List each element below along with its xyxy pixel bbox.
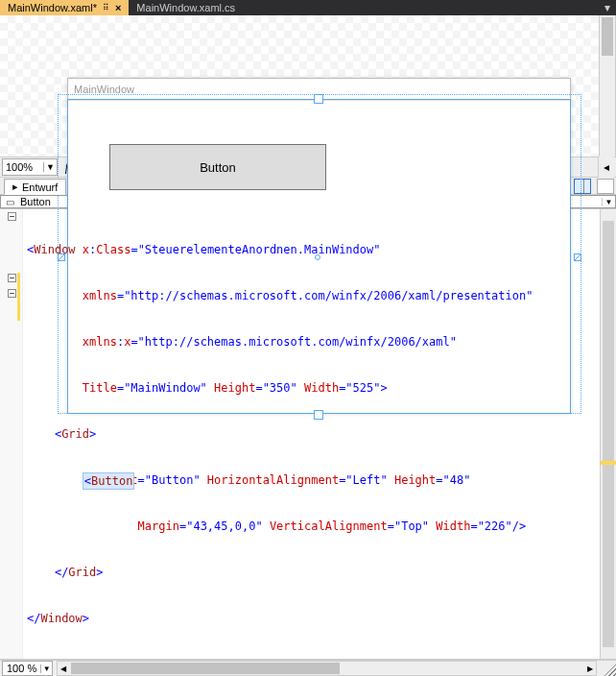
resize-handle-n[interactable] bbox=[314, 94, 323, 104]
scroll-right-icon[interactable]: ▶ bbox=[584, 662, 596, 675]
fold-toggle[interactable]: − bbox=[8, 212, 16, 221]
arrow-icon: ▸ bbox=[12, 181, 18, 193]
preview-button-label: Button bbox=[200, 160, 236, 175]
document-tab-bar: MainWindow.xaml* ⠿ × MainWindow.xaml.cs … bbox=[0, 0, 616, 15]
chevron-down-icon[interactable]: ▼ bbox=[40, 664, 52, 673]
code-content[interactable]: <Window x:Class="SteuerelementeAnordnen.… bbox=[23, 209, 600, 659]
scroll-thumb[interactable] bbox=[71, 663, 340, 674]
zoom-combo[interactable]: ▼ bbox=[2, 158, 58, 176]
design-tab-label: Entwurf bbox=[22, 181, 58, 193]
design-tab[interactable]: ▸ Entwurf bbox=[4, 179, 66, 195]
preview-button[interactable]: Button bbox=[109, 144, 326, 190]
scroll-left-icon[interactable]: ◀ bbox=[58, 662, 69, 675]
close-icon[interactable]: × bbox=[115, 2, 121, 13]
bottom-bar: 100 % ▼ ◀ ▶ bbox=[0, 660, 616, 676]
tab-mainwindow-xaml-cs[interactable]: MainWindow.xaml.cs bbox=[129, 0, 243, 15]
resize-grip[interactable] bbox=[601, 661, 616, 676]
tab-label: MainWindow.xaml* bbox=[8, 2, 97, 13]
chevron-down-icon[interactable]: ▼ bbox=[43, 162, 57, 172]
xaml-code-pane[interactable]: − − − <Window x:Class="SteuerelementeAno… bbox=[0, 209, 616, 660]
layout-single-button[interactable] bbox=[597, 179, 614, 194]
pin-icon[interactable]: ⠿ bbox=[103, 3, 109, 12]
element-icon: ▭ bbox=[1, 197, 18, 207]
code-zoom-combo[interactable]: 100 % ▼ bbox=[2, 661, 53, 676]
code-hscrollbar[interactable]: ◀ ▶ bbox=[57, 661, 597, 676]
code-gutter: − − − bbox=[0, 209, 23, 659]
toolbar-end-button[interactable]: ◂ bbox=[598, 157, 614, 178]
tab-mainwindow-xaml[interactable]: MainWindow.xaml* ⠿ × bbox=[0, 0, 129, 15]
fold-toggle[interactable]: − bbox=[8, 274, 16, 282]
tab-label: MainWindow.xaml.cs bbox=[136, 2, 235, 13]
designer-canvas[interactable]: MainWindow Button bbox=[0, 15, 616, 157]
tab-overflow-dropdown[interactable]: ▾ bbox=[599, 0, 616, 15]
designer-vscrollbar[interactable] bbox=[599, 15, 615, 157]
modification-marker bbox=[17, 273, 20, 321]
zoom-input[interactable] bbox=[3, 161, 43, 173]
preview-title: MainWindow bbox=[74, 84, 134, 95]
fold-toggle[interactable]: − bbox=[8, 289, 16, 298]
chevron-down-icon[interactable]: ▼ bbox=[602, 198, 615, 206]
scroll-change-marker bbox=[601, 461, 616, 465]
code-vscrollbar[interactable] bbox=[600, 209, 616, 659]
code-zoom-value: 100 % bbox=[3, 663, 40, 674]
layout-horizontal-button[interactable] bbox=[574, 179, 591, 194]
